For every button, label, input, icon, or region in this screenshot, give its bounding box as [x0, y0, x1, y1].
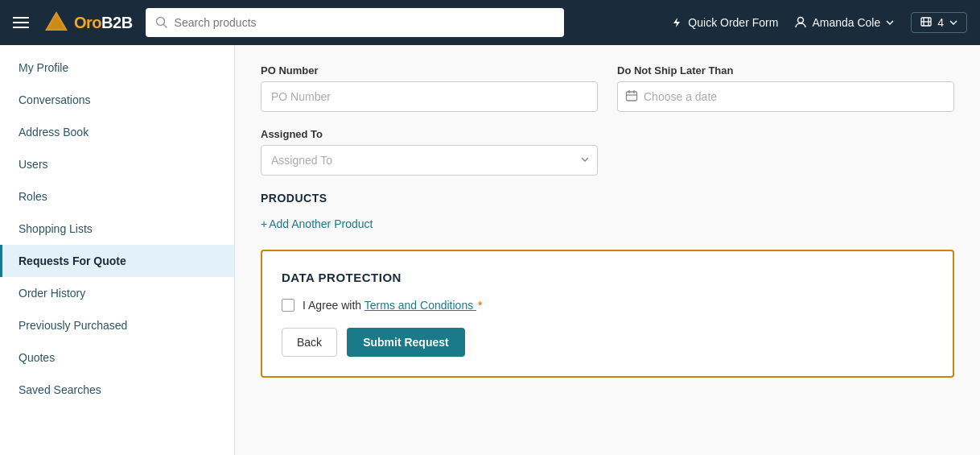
po-number-label: PO Number — [261, 64, 598, 77]
cart-icon — [920, 16, 933, 29]
products-section: PRODUCTS + Add Another Product — [261, 192, 954, 250]
search-input[interactable] — [175, 16, 554, 29]
sidebar-item-previously-purchased[interactable]: Previously Purchased — [0, 309, 234, 341]
sidebar-item-shopping-lists[interactable]: Shopping Lists — [0, 213, 234, 245]
submit-request-button[interactable]: Submit Request — [347, 328, 465, 357]
chevron-down-icon — [885, 18, 895, 27]
date-input-wrapper — [617, 81, 954, 112]
sidebar-item-requests-for-quote[interactable]: Requests For Quote — [0, 245, 234, 277]
ship-date-label: Do Not Ship Later Than — [617, 64, 954, 77]
search-icon — [155, 16, 168, 29]
cart-chevron-icon — [949, 18, 958, 27]
terms-link[interactable]: Terms and Conditions — [364, 299, 476, 312]
sidebar-item-quotes[interactable]: Quotes — [0, 341, 234, 374]
po-number-input[interactable] — [261, 81, 598, 112]
data-protection-box: DATA PROTECTION I Agree with Terms and C… — [261, 250, 954, 378]
lightning-icon — [670, 16, 683, 29]
assigned-to-select[interactable]: Assigned To — [261, 145, 598, 176]
sidebar-item-conversations[interactable]: Conversations — [0, 84, 234, 116]
assigned-to-group: Assigned To Assigned To — [261, 128, 598, 176]
header-actions: Quick Order Form Amanda Cole 4 — [670, 12, 967, 33]
assigned-to-spacer — [617, 128, 954, 176]
terms-row: I Agree with Terms and Conditions * — [282, 299, 933, 312]
assigned-to-select-wrapper: Assigned To — [261, 145, 598, 176]
svg-marker-4 — [673, 18, 680, 27]
svg-line-3 — [163, 25, 167, 28]
form-actions: Back Submit Request — [282, 328, 933, 357]
sidebar-item-users[interactable]: Users — [0, 148, 234, 180]
search-bar — [146, 8, 564, 37]
ship-date-input[interactable] — [617, 81, 954, 112]
sidebar-item-address-book[interactable]: Address Book — [0, 116, 234, 148]
assigned-to-label: Assigned To — [261, 128, 598, 140]
sidebar: My Profile Conversations Address Book Us… — [0, 45, 235, 455]
terms-checkbox[interactable] — [282, 299, 294, 312]
hamburger-menu[interactable] — [13, 17, 29, 28]
add-product-link[interactable]: + Add Another Product — [261, 217, 373, 230]
sidebar-item-my-profile[interactable]: My Profile — [0, 52, 234, 84]
user-icon — [794, 16, 807, 29]
logo[interactable]: OroB2B — [42, 8, 133, 37]
sidebar-item-order-history[interactable]: Order History — [0, 277, 234, 309]
user-menu-button[interactable]: Amanda Cole — [794, 16, 895, 29]
app-header: OroB2B Quick Order Form Amanda Cole — [0, 0, 980, 45]
logo-text: OroB2B — [74, 14, 133, 32]
page-layout: My Profile Conversations Address Book Us… — [0, 45, 980, 455]
quick-order-button[interactable]: Quick Order Form — [670, 16, 778, 29]
calendar-icon — [625, 89, 638, 105]
po-number-group: PO Number — [261, 64, 598, 112]
svg-rect-10 — [627, 92, 637, 101]
ship-date-group: Do Not Ship Later Than — [617, 64, 954, 112]
terms-required: * — [478, 299, 482, 312]
products-title: PRODUCTS — [261, 192, 954, 205]
data-protection-title: DATA PROTECTION — [282, 271, 933, 284]
form-row-assigned: Assigned To Assigned To — [261, 128, 954, 176]
logo-icon — [42, 8, 71, 37]
svg-point-5 — [798, 18, 804, 23]
form-row-po-date: PO Number Do Not Ship Later Than — [261, 64, 954, 112]
plus-icon: + — [261, 217, 267, 230]
terms-text: I Agree with Terms and Conditions * — [303, 299, 483, 312]
main-content: PO Number Do Not Ship Later Than — [235, 45, 980, 455]
back-button[interactable]: Back — [282, 328, 337, 357]
sidebar-item-roles[interactable]: Roles — [0, 180, 234, 213]
cart-button[interactable]: 4 — [911, 12, 967, 33]
sidebar-item-saved-searches[interactable]: Saved Searches — [0, 374, 234, 406]
